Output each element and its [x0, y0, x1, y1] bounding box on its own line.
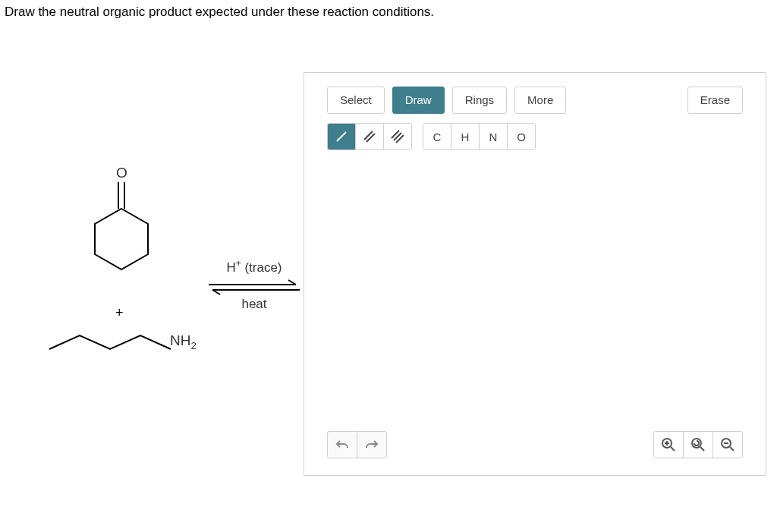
question-prompt: Draw the neutral organic product expecte… [5, 5, 434, 20]
tab-more[interactable]: More [514, 87, 566, 114]
svg-point-15 [692, 439, 701, 448]
svg-marker-0 [95, 209, 148, 269]
redo-icon [365, 439, 379, 451]
zoom-in-button[interactable] [654, 432, 683, 458]
atom-c[interactable]: C [423, 124, 451, 150]
tab-select[interactable]: Select [327, 87, 385, 114]
reaction-scheme: O + NH2 H+ (trace) heat [30, 167, 296, 379]
history-controls [327, 431, 387, 458]
zoom-controls [653, 431, 743, 458]
svg-line-7 [366, 134, 375, 142]
condition-bottom: heat [205, 297, 304, 312]
tab-draw[interactable]: Draw [392, 87, 445, 114]
triple-bond-icon [391, 130, 404, 143]
tab-rings[interactable]: Rings [452, 87, 507, 114]
zoom-out-button[interactable] [713, 432, 742, 458]
double-bond-tool[interactable] [355, 124, 383, 150]
svg-line-16 [700, 447, 704, 451]
single-bond-tool[interactable] [328, 124, 355, 150]
bond-tools [327, 123, 412, 150]
drawing-toolbar: Select Draw Rings More Erase [327, 87, 743, 150]
reaction-arrow-block: H+ (trace) heat [205, 258, 304, 312]
zoom-reset-button[interactable] [683, 432, 713, 458]
svg-line-12 [671, 447, 675, 451]
svg-line-18 [730, 447, 734, 451]
drawing-panel: Select Draw Rings More Erase [304, 72, 766, 476]
mode-tabs: Select Draw Rings More Erase [327, 87, 743, 114]
tab-erase[interactable]: Erase [687, 87, 743, 114]
plus-sign: + [115, 305, 124, 321]
propylamine-structure [46, 326, 175, 364]
amine-label: NH2 [170, 332, 197, 351]
oxygen-label: O [116, 165, 127, 181]
undo-button[interactable] [328, 432, 357, 458]
atom-tools: C H N O [423, 123, 536, 150]
atom-h[interactable]: H [451, 124, 479, 150]
svg-line-6 [364, 131, 373, 140]
double-bond-icon [363, 130, 376, 143]
atom-n[interactable]: N [479, 124, 507, 150]
triple-bond-tool[interactable] [383, 124, 411, 150]
equilibrium-arrow [205, 279, 304, 294]
single-bond-icon [335, 130, 348, 143]
zoom-out-icon [720, 437, 735, 452]
atom-o[interactable]: O [507, 124, 535, 150]
cyclohexanone-structure [76, 167, 167, 288]
redo-button[interactable] [357, 432, 386, 458]
svg-line-5 [337, 132, 346, 141]
undo-icon [335, 439, 349, 451]
zoom-in-icon [661, 437, 676, 452]
zoom-reset-icon [690, 437, 706, 452]
condition-top: H+ (trace) [205, 258, 304, 275]
